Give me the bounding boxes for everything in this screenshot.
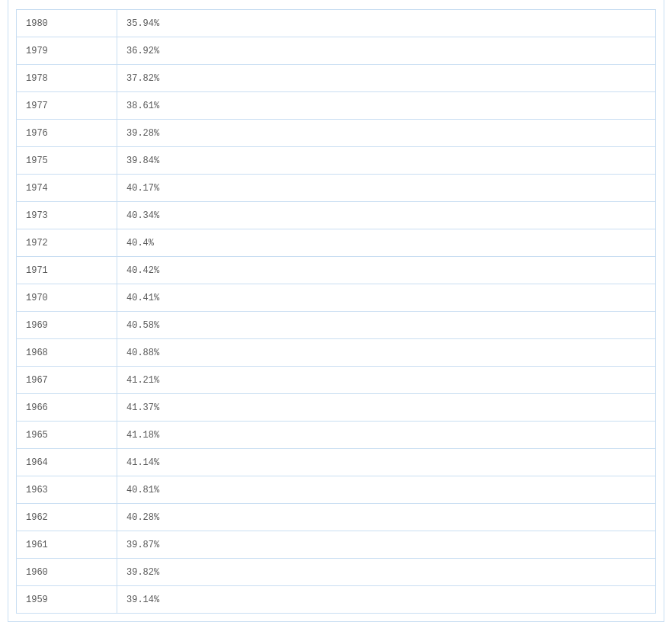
cell-year: 1965 (17, 422, 117, 449)
table-row: 1980 35.94% (17, 10, 656, 37)
cell-value: 39.28% (117, 120, 656, 147)
cell-year: 1976 (17, 120, 117, 147)
cell-value: 37.82% (117, 65, 656, 92)
table-row: 1962 40.28% (17, 504, 656, 531)
table-row: 1975 39.84% (17, 147, 656, 175)
top-spacer (16, 0, 656, 9)
cell-value: 40.4% (117, 229, 656, 257)
cell-year: 1980 (17, 10, 117, 37)
table-row: 1977 38.61% (17, 92, 656, 120)
table-row: 1967 41.21% (17, 367, 656, 394)
cell-value: 36.92% (117, 37, 656, 65)
data-table: 1980 35.94% 1979 36.92% 1978 37.82% 1977… (16, 9, 656, 614)
cell-value: 40.17% (117, 175, 656, 202)
cell-value: 40.88% (117, 339, 656, 367)
cell-year: 1979 (17, 37, 117, 65)
cell-value: 41.18% (117, 422, 656, 449)
page-container: 1980 35.94% 1979 36.92% 1978 37.82% 1977… (0, 0, 672, 630)
table-row: 1965 41.18% (17, 422, 656, 449)
cell-value: 39.82% (117, 559, 656, 586)
cell-year: 1973 (17, 202, 117, 229)
cell-value: 41.21% (117, 367, 656, 394)
cell-year: 1978 (17, 65, 117, 92)
cell-year: 1959 (17, 586, 117, 614)
cell-year: 1962 (17, 504, 117, 531)
table-row: 1966 41.37% (17, 394, 656, 422)
cell-value: 41.14% (117, 449, 656, 476)
cell-year: 1971 (17, 257, 117, 284)
cell-value: 40.41% (117, 284, 656, 312)
table-row: 1969 40.58% (17, 312, 656, 339)
cell-value: 40.42% (117, 257, 656, 284)
outer-panel: 1980 35.94% 1979 36.92% 1978 37.82% 1977… (8, 0, 664, 622)
table-row: 1971 40.42% (17, 257, 656, 284)
table-row: 1974 40.17% (17, 175, 656, 202)
cell-value: 39.14% (117, 586, 656, 614)
table-row: 1973 40.34% (17, 202, 656, 229)
cell-value: 39.84% (117, 147, 656, 175)
cell-year: 1977 (17, 92, 117, 120)
cell-value: 39.87% (117, 531, 656, 559)
table-row: 1979 36.92% (17, 37, 656, 65)
cell-year: 1975 (17, 147, 117, 175)
cell-year: 1972 (17, 229, 117, 257)
cell-year: 1967 (17, 367, 117, 394)
cell-year: 1963 (17, 476, 117, 504)
table-row: 1970 40.41% (17, 284, 656, 312)
table-row: 1978 37.82% (17, 65, 656, 92)
cell-year: 1961 (17, 531, 117, 559)
data-table-body: 1980 35.94% 1979 36.92% 1978 37.82% 1977… (17, 10, 656, 614)
table-row: 1972 40.4% (17, 229, 656, 257)
table-row: 1961 39.87% (17, 531, 656, 559)
table-row: 1976 39.28% (17, 120, 656, 147)
cell-value: 40.34% (117, 202, 656, 229)
cell-year: 1968 (17, 339, 117, 367)
cell-year: 1969 (17, 312, 117, 339)
cell-value: 40.58% (117, 312, 656, 339)
table-row: 1963 40.81% (17, 476, 656, 504)
cell-value: 35.94% (117, 10, 656, 37)
cell-year: 1974 (17, 175, 117, 202)
cell-year: 1966 (17, 394, 117, 422)
cell-year: 1964 (17, 449, 117, 476)
cell-value: 40.28% (117, 504, 656, 531)
table-row: 1959 39.14% (17, 586, 656, 614)
cell-value: 41.37% (117, 394, 656, 422)
cell-value: 38.61% (117, 92, 656, 120)
table-row: 1968 40.88% (17, 339, 656, 367)
table-row: 1964 41.14% (17, 449, 656, 476)
cell-value: 40.81% (117, 476, 656, 504)
cell-year: 1960 (17, 559, 117, 586)
cell-year: 1970 (17, 284, 117, 312)
table-row: 1960 39.82% (17, 559, 656, 586)
